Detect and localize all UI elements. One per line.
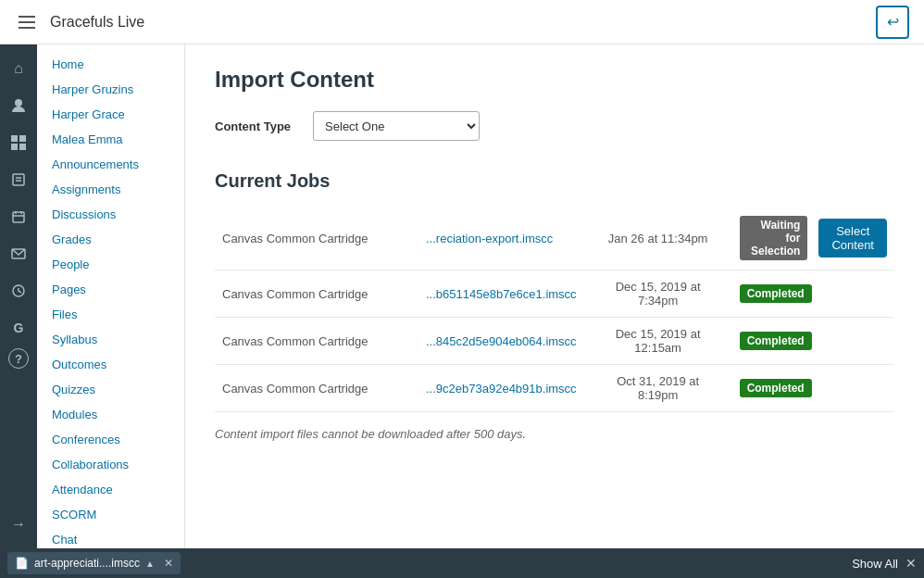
svg-point-0 <box>15 99 22 107</box>
nav-icon-account[interactable] <box>2 89 35 122</box>
job-type: Canvas Common Cartridge <box>215 365 418 412</box>
table-row: Canvas Common Cartridge ...9c2eb73a92e4b… <box>215 365 894 412</box>
nav-harper-gruzins[interactable]: Harper Gruzins <box>37 77 184 102</box>
job-type: Canvas Common Cartridge <box>215 318 418 365</box>
topbar-left: Gracefuls Live <box>15 12 144 32</box>
job-file[interactable]: ...9c2eb73a92e4b91b.imscc <box>418 365 584 412</box>
back-button[interactable]: ↩ <box>876 6 909 39</box>
back-icon: ↩ <box>887 13 899 31</box>
download-pill: 📄 art-appreciati....imscc ▲ ✕ <box>7 552 181 574</box>
svg-rect-5 <box>13 174 24 185</box>
status-badge: Completed <box>740 379 812 397</box>
close-bottombar-button[interactable]: ✕ <box>905 556 917 571</box>
nav-announcements[interactable]: Announcements <box>37 152 184 177</box>
table-row: Canvas Common Cartridge ...reciation-exp… <box>215 207 894 270</box>
job-file[interactable]: ...reciation-export.imscc <box>418 207 584 270</box>
nav-conferences[interactable]: Conferences <box>37 427 184 452</box>
content-type-select[interactable]: Select One Canvas Course Export Package … <box>313 111 480 141</box>
nav-icon-calendar[interactable] <box>2 200 35 233</box>
job-actions: Completed <box>732 318 894 365</box>
nav-discussions[interactable]: Discussions <box>37 202 184 227</box>
nav-syllabus[interactable]: Syllabus <box>37 327 184 352</box>
svg-rect-2 <box>19 135 26 142</box>
bottombar: 📄 art-appreciati....imscc ▲ ✕ Show All ✕ <box>0 548 924 578</box>
nav-quizzes[interactable]: Quizzes <box>37 377 184 402</box>
download-filename: art-appreciati....imscc <box>34 557 140 570</box>
job-date: Dec 15, 2019 at7:34pm <box>584 270 732 318</box>
nav-files[interactable]: Files <box>37 302 184 327</box>
icon-nav: ⌂ G ? → <box>0 44 37 548</box>
table-row: Canvas Common Cartridge ...845c2d5e904eb… <box>215 318 894 365</box>
nav-icon-dashboard[interactable] <box>2 126 35 159</box>
svg-rect-3 <box>11 144 18 150</box>
nav-grades[interactable]: Grades <box>37 227 184 252</box>
nav-icon-help[interactable]: ? <box>8 348 29 369</box>
import-note: Content import files cannot be downloade… <box>215 427 894 441</box>
nav-collaborations[interactable]: Collaborations <box>37 452 184 477</box>
status-badge: Waiting for Selection <box>740 216 808 260</box>
course-nav: Home Harper Gruzins Harper Grace Malea E… <box>37 44 185 548</box>
nav-modules[interactable]: Modules <box>37 402 184 427</box>
job-actions: Waiting for SelectionSelect Content <box>732 207 894 270</box>
status-badge: Completed <box>740 284 812 303</box>
nav-icon-courses[interactable] <box>2 163 35 196</box>
show-all-button[interactable]: Show All <box>852 557 898 571</box>
action-group: Completed <box>740 284 887 303</box>
job-date: Dec 15, 2019 at12:15am <box>584 318 732 365</box>
app-title: Gracefuls Live <box>50 14 144 31</box>
file-icon: 📄 <box>15 557 29 570</box>
nav-malea-emma[interactable]: Malea Emma <box>37 127 184 152</box>
nav-chat[interactable]: Chat <box>37 527 184 548</box>
content-type-row: Content Type Select One Canvas Course Ex… <box>215 111 894 141</box>
hamburger-menu[interactable] <box>15 12 39 32</box>
table-row: Canvas Common Cartridge ...b651145e8b7e6… <box>215 270 894 318</box>
action-group: Completed <box>740 379 887 397</box>
job-date: Jan 26 at 11:34pm <box>584 207 732 270</box>
content-type-label: Content Type <box>215 119 291 133</box>
nav-outcomes[interactable]: Outcomes <box>37 352 184 377</box>
nav-home[interactable]: Home <box>37 52 184 77</box>
action-group: Completed <box>740 332 887 350</box>
main-layout: ⌂ G ? → Home Harper Gruzins Harper Grace… <box>0 44 924 548</box>
action-group: Waiting for SelectionSelect Content <box>740 216 887 260</box>
svg-rect-1 <box>11 135 18 142</box>
job-file[interactable]: ...b651145e8b7e6ce1.imscc <box>418 270 584 318</box>
nav-icon-history[interactable] <box>2 274 35 308</box>
nav-harper-grace[interactable]: Harper Grace <box>37 102 184 127</box>
job-actions: Completed <box>732 270 894 318</box>
job-actions: Completed <box>732 365 894 412</box>
svg-rect-4 <box>19 144 26 150</box>
nav-scorm[interactable]: SCORM <box>37 502 184 527</box>
status-badge: Completed <box>740 332 812 350</box>
nav-icon-home[interactable]: ⌂ <box>2 52 35 85</box>
topbar: Gracefuls Live ↩ <box>0 0 924 44</box>
nav-pages[interactable]: Pages <box>37 277 184 302</box>
job-date: Oct 31, 2019 at8:19pm <box>584 365 732 412</box>
job-file[interactable]: ...845c2d5e904eb064.imscc <box>418 318 584 365</box>
page-title: Import Content <box>215 67 894 93</box>
pill-close-icon[interactable]: ✕ <box>164 557 173 570</box>
nav-icon-inbox[interactable] <box>2 237 35 270</box>
nav-icon-forward[interactable]: → <box>2 508 35 541</box>
svg-rect-8 <box>13 212 24 222</box>
main-content: Import Content Content Type Select One C… <box>185 44 924 548</box>
chevron-up-icon[interactable]: ▲ <box>145 559 155 569</box>
nav-assignments[interactable]: Assignments <box>37 177 184 202</box>
nav-people[interactable]: People <box>37 252 184 277</box>
nav-attendance[interactable]: Attendance <box>37 477 184 502</box>
job-type: Canvas Common Cartridge <box>215 270 418 318</box>
nav-icon-grade[interactable]: G <box>2 311 35 345</box>
section-title: Current Jobs <box>215 170 894 192</box>
job-type: Canvas Common Cartridge <box>215 207 418 270</box>
select-content-button[interactable]: Select Content <box>818 219 887 258</box>
jobs-table: Canvas Common Cartridge ...reciation-exp… <box>215 207 894 412</box>
bottombar-right: Show All ✕ <box>852 556 917 571</box>
